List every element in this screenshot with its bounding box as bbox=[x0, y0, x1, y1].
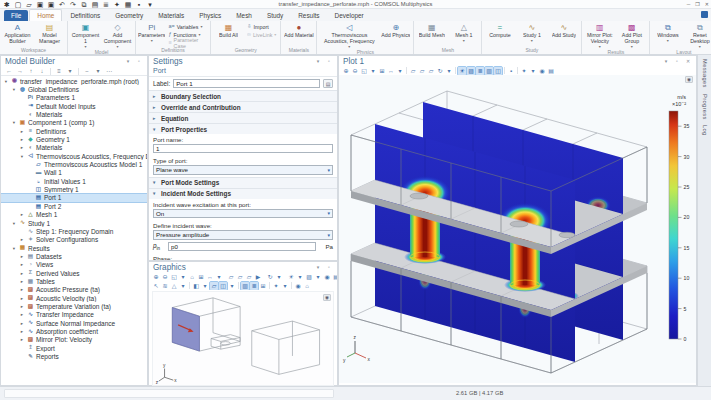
pin-icon[interactable]: ▫ bbox=[325, 263, 333, 271]
snapshot-icon[interactable]: ◉ bbox=[323, 294, 331, 301]
compute-icon[interactable]: ▪ bbox=[135, 0, 143, 8]
section-port-mode-settings[interactable]: ▾Port Mode Settings bbox=[149, 177, 337, 188]
tab-materials[interactable]: Materials bbox=[151, 10, 191, 21]
expand-toggle-icon[interactable]: ▾ bbox=[11, 221, 17, 226]
ribbon-button-model-manager[interactable]: ▤Model Manager bbox=[34, 22, 65, 46]
tree-item-mirror-plot-velocity[interactable]: ▸▨Mirror Plot: Velocity bbox=[1, 336, 147, 344]
tab-study[interactable]: Study bbox=[260, 10, 290, 21]
side-tab-messages[interactable]: Messages bbox=[702, 59, 708, 88]
undo-icon[interactable]: ↶ bbox=[58, 0, 66, 8]
settings-icon[interactable]: ✦ bbox=[113, 0, 121, 8]
dropdown-icon[interactable]: ▾ bbox=[445, 67, 453, 75]
expand-toggle-icon[interactable]: ▸ bbox=[19, 329, 25, 334]
print-icon[interactable]: ▤ bbox=[547, 67, 555, 75]
tree-item-absorption-coefficient[interactable]: ▸∿Absorption coefficient bbox=[1, 327, 147, 335]
filter-icon[interactable]: ≡ bbox=[55, 67, 63, 75]
model-builder-icon[interactable]: ≣ bbox=[102, 0, 110, 8]
dropdown-icon[interactable]: ▾ bbox=[396, 67, 404, 75]
dropdown-icon[interactable]: ▾ bbox=[228, 282, 236, 290]
tree-item-global-definitions[interactable]: ▾◍Global Definitions bbox=[1, 85, 147, 93]
dropdown-icon[interactable]: ▾ bbox=[314, 263, 322, 271]
tree-item-views[interactable]: ▸◔Views bbox=[1, 261, 147, 269]
dropdown-icon[interactable]: ▾ bbox=[179, 282, 187, 290]
expand-toggle-icon[interactable]: ▸ bbox=[19, 254, 25, 259]
new-file-icon[interactable]: ▢ bbox=[14, 0, 22, 8]
minimize-icon[interactable]: ─ bbox=[687, 2, 691, 7]
expand-toggle-icon[interactable]: ▸ bbox=[19, 237, 25, 242]
expand-toggle-icon[interactable]: ▾ bbox=[11, 246, 17, 251]
menu-icon[interactable]: ⋯ bbox=[105, 67, 113, 75]
transparency-icon[interactable]: ▨ bbox=[467, 67, 475, 75]
dropdown-icon[interactable]: ▾ bbox=[281, 282, 289, 290]
go-to-default-view-icon[interactable]: ⌂ bbox=[188, 273, 196, 281]
arrow-right-icon[interactable]: → bbox=[16, 67, 24, 75]
collapse-icon[interactable]: − bbox=[83, 67, 91, 75]
graphics-icon[interactable]: ▦ bbox=[124, 0, 132, 8]
tree-item-initial-values-1[interactable]: ◒Initial Values 1 bbox=[1, 177, 147, 185]
side-tab-log[interactable]: Log bbox=[702, 125, 708, 136]
plot-canvas[interactable]: ◉ bbox=[339, 75, 696, 383]
section-equation[interactable]: ▸Equation bbox=[149, 112, 337, 123]
grid-icon[interactable]: ⊞ bbox=[259, 282, 267, 290]
section-boundary-selection[interactable]: ▸Boundary Selection bbox=[149, 90, 337, 101]
pan-icon[interactable]: ↔ bbox=[387, 67, 395, 75]
dropdown-icon[interactable]: ▾ bbox=[66, 67, 74, 75]
tree-item-tables[interactable]: ▸▦Tables bbox=[1, 277, 147, 285]
expand-toggle-icon[interactable]: ▸ bbox=[19, 321, 25, 326]
camera-icon[interactable]: ◉ bbox=[323, 273, 331, 281]
tree-item-surface-normal-impedance[interactable]: ▸∿Surface Normal Impedance bbox=[1, 319, 147, 327]
dropdown-icon[interactable]: ▾ bbox=[94, 67, 102, 75]
tree-item-solver-configurations[interactable]: ▸✦Solver Configurations bbox=[1, 236, 147, 244]
tree-item-wall-1[interactable]: ▬Wall 1 bbox=[1, 169, 147, 177]
view-face-icon[interactable]: ▱ bbox=[236, 273, 244, 281]
tree-item-temperature-variation-ta[interactable]: ▸▨Temperature Variation (ta) bbox=[1, 302, 147, 310]
mesh-view-icon[interactable]: △ bbox=[170, 282, 178, 290]
dropdown-icon[interactable]: ▾ bbox=[124, 58, 132, 66]
maximize-icon[interactable]: ❐ bbox=[695, 2, 699, 7]
tree-item-reports[interactable]: ✎Reports bbox=[1, 352, 147, 360]
copy-icon[interactable]: ⧉ bbox=[80, 0, 88, 8]
zoom-out-icon[interactable]: ⊖ bbox=[351, 67, 359, 75]
tab-file[interactable]: File bbox=[4, 10, 28, 21]
color-legend-icon[interactable]: ▥ bbox=[241, 282, 249, 290]
camera-icon[interactable]: ◉ bbox=[538, 67, 546, 75]
tree-item-transfer-impedance-perforate-mph-root[interactable]: ▾◉transfer_impedance_perforate.mph (root… bbox=[1, 77, 147, 85]
tree-item-export[interactable]: ↥Export bbox=[1, 344, 147, 352]
tree-item-study-1[interactable]: ▾∿Study 1 bbox=[1, 219, 147, 227]
section-incident-mode-settings[interactable]: ▾Incident Mode Settings bbox=[149, 188, 337, 199]
view-face-icon[interactable]: ▱ bbox=[409, 67, 417, 75]
dropdown-icon[interactable]: ▾ bbox=[296, 273, 304, 281]
close-icon[interactable]: ✕ bbox=[684, 57, 692, 65]
tree-item-results[interactable]: ▾▦Results bbox=[1, 244, 147, 252]
plot-window-icon[interactable]: ◫ bbox=[494, 67, 502, 75]
arrow-left-icon[interactable]: ← bbox=[5, 67, 13, 75]
scene-light-icon[interactable]: ☀ bbox=[458, 67, 466, 75]
pan-icon[interactable]: ↔ bbox=[206, 273, 214, 281]
ribbon-button-mirror-plot-velocity[interactable]: ▥Mirror Plot: Velocity▾ bbox=[584, 22, 615, 48]
plot-window-icon[interactable]: ◫ bbox=[219, 282, 227, 290]
pin-icon[interactable]: ▫ bbox=[673, 57, 681, 65]
dropdown-icon[interactable]: ▾ bbox=[275, 273, 283, 281]
incident-wave-select[interactable]: On▾ bbox=[153, 209, 333, 219]
settings-gear-icon[interactable]: ✦ bbox=[520, 67, 528, 75]
rotate-icon[interactable]: ↻ bbox=[436, 67, 444, 75]
paste-icon[interactable]: ▤ bbox=[91, 0, 99, 8]
expand-toggle-icon[interactable]: ▾ bbox=[19, 154, 25, 159]
close-icon[interactable]: ✕ bbox=[705, 2, 709, 7]
expand-toggle-icon[interactable]: ▾ bbox=[11, 87, 17, 92]
expand-toggle-icon[interactable]: ▸ bbox=[19, 212, 25, 217]
camera-icon[interactable]: ◉ bbox=[294, 282, 302, 290]
ribbon-button-add-physics[interactable]: ⊕Add Physics bbox=[380, 22, 411, 48]
side-tab-progress[interactable]: Progress bbox=[702, 94, 708, 120]
ribbon-button-variables[interactable]: a=Variables▾ bbox=[166, 23, 208, 30]
expand-toggle-icon[interactable]: ▸ bbox=[19, 271, 25, 276]
dropdown-icon[interactable]: ▾ bbox=[369, 67, 377, 75]
comsol-icon[interactable]: ✱ bbox=[3, 0, 11, 8]
section-override-and-contribution[interactable]: ▸Override and Contribution bbox=[149, 101, 337, 112]
ribbon-button-add-plot-group[interactable]: ▩Add Plot Group▾ bbox=[616, 22, 647, 48]
select-icon[interactable]: ↖ bbox=[152, 282, 160, 290]
tree-item-derived-values[interactable]: ▸ΣDerived Values bbox=[1, 269, 147, 277]
tree-item-definitions[interactable]: ▸≡Definitions bbox=[1, 127, 147, 135]
open-file-icon[interactable]: ▱ bbox=[25, 0, 33, 8]
view-face-icon[interactable]: ▱ bbox=[245, 273, 253, 281]
